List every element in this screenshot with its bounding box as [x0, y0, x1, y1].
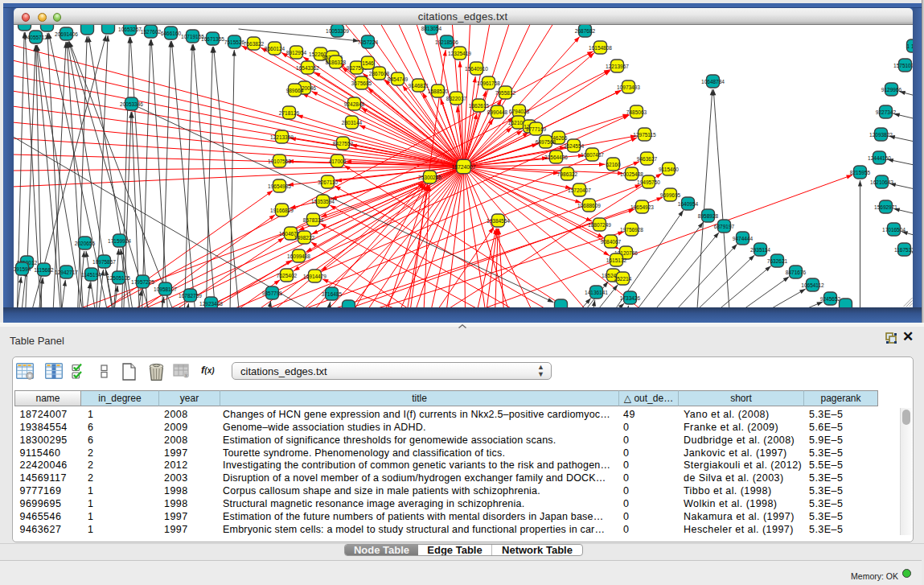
svg-text:10961758: 10961758: [477, 80, 500, 86]
svg-text:1115682: 1115682: [34, 267, 54, 273]
svg-text:21564436: 21564436: [544, 154, 568, 160]
svg-text:9115460: 9115460: [659, 167, 679, 172]
svg-text:10648784: 10648784: [701, 79, 725, 84]
svg-text:7485063: 7485063: [626, 109, 647, 115]
svg-text:10654112: 10654112: [801, 282, 824, 288]
svg-text:12444150: 12444150: [868, 155, 891, 161]
svg-text:10025488: 10025488: [620, 171, 643, 177]
svg-text:417004: 417004: [328, 159, 346, 164]
svg-text:9857791: 9857791: [261, 290, 282, 296]
svg-text:8454749: 8454749: [387, 76, 408, 82]
svg-text:2020655: 2020655: [74, 241, 95, 246]
svg-text:8471676: 8471676: [785, 270, 806, 275]
svg-text:7357224: 7357224: [357, 39, 378, 45]
svg-text:19218506: 19218506: [435, 39, 458, 45]
svg-text:3675685: 3675685: [351, 80, 372, 86]
svg-text:8958928: 8958928: [697, 213, 718, 219]
svg-text:7632621: 7632621: [766, 258, 787, 264]
svg-text:1167533: 1167533: [894, 247, 913, 253]
svg-text:2687682: 2687682: [574, 28, 595, 34]
svg-text:15720407: 15720407: [568, 187, 591, 193]
svg-text:10107553: 10107553: [268, 159, 291, 164]
svg-text:9699695: 9699695: [659, 192, 680, 198]
svg-text:16782759: 16782759: [179, 293, 202, 299]
svg-text:16914479: 16914479: [303, 274, 326, 279]
svg-text:1527602: 1527602: [140, 29, 161, 35]
svg-text:15751074: 15751074: [893, 63, 913, 68]
svg-text:x: x: [185, 373, 188, 378]
svg-text:8322037: 8322037: [446, 96, 466, 101]
svg-text:1546: 1546: [362, 60, 374, 66]
svg-text:18807249: 18807249: [588, 222, 611, 228]
svg-text:15640910: 15640910: [465, 66, 488, 72]
svg-text:9245652: 9245652: [819, 296, 840, 302]
svg-text:18724007: 18724007: [451, 164, 475, 170]
svg-text:9777169: 9777169: [525, 126, 546, 132]
svg-text:391594: 391594: [14, 266, 31, 272]
svg-text:19654985: 19654985: [268, 183, 291, 189]
svg-text:19495750: 19495750: [637, 179, 660, 185]
svg-text:7986322: 7986322: [556, 171, 577, 177]
svg-text:19384554: 19384554: [487, 218, 510, 224]
svg-text:989664: 989664: [285, 88, 303, 93]
svg-text:12093822: 12093822: [869, 132, 893, 138]
svg-text:12923448: 12923448: [199, 301, 223, 307]
svg-text:12505135: 12505135: [107, 275, 130, 281]
svg-text:15692971: 15692971: [874, 204, 897, 210]
svg-text:20691406: 20691406: [55, 31, 78, 37]
svg-text:3716485: 3716485: [321, 291, 342, 297]
svg-text:8660124: 8660124: [264, 46, 285, 51]
svg-text:10958107: 10958107: [154, 286, 177, 292]
svg-text:16210643: 16210643: [870, 179, 893, 185]
svg-text:8990448: 8990448: [487, 109, 507, 115]
svg-text:1733426: 1733426: [619, 295, 640, 301]
svg-text:9129966: 9129966: [881, 87, 901, 93]
svg-text:19166829: 19166829: [270, 208, 294, 213]
svg-text:25300285: 25300285: [418, 175, 441, 180]
svg-text:12213967: 12213967: [606, 64, 629, 69]
svg-text:8813054: 8813054: [421, 26, 441, 31]
svg-text:8215955: 8215955: [849, 170, 870, 175]
svg-text:2718126: 2718126: [278, 110, 299, 116]
svg-text:62160: 62160: [606, 162, 620, 167]
svg-text:10973493: 10973493: [617, 84, 640, 90]
svg-text:9227342: 9227342: [875, 109, 896, 115]
svg-text:12942717: 12942717: [55, 270, 78, 275]
svg-text:10975857: 10975857: [92, 259, 116, 265]
svg-text:12213369: 12213369: [270, 134, 294, 140]
svg-text:10688609: 10688609: [577, 203, 601, 208]
svg-text:12325419: 12325419: [448, 51, 471, 56]
svg-text:7663822: 7663822: [243, 41, 264, 47]
svg-text:6466160: 6466160: [160, 31, 181, 36]
svg-text:16154808: 16154808: [589, 45, 612, 51]
svg-text:10807487: 10807487: [581, 152, 604, 158]
svg-text:6794028: 6794028: [508, 109, 529, 114]
svg-text:17159924: 17159924: [108, 238, 131, 244]
svg-text:8186328: 8186328: [325, 60, 346, 65]
svg-text:3267110: 3267110: [318, 179, 338, 185]
svg-text:2803144: 2803144: [341, 120, 362, 126]
svg-text:20053346: 20053346: [120, 101, 143, 107]
svg-text:17957225: 17957225: [131, 279, 154, 285]
svg-text:7955812: 7955812: [495, 90, 515, 96]
svg-text:9463627: 9463627: [636, 156, 657, 162]
svg-text:252214: 252214: [614, 276, 631, 282]
svg-text:1498222: 1498222: [294, 235, 314, 241]
svg-text:14136141: 14136141: [585, 290, 608, 295]
svg-text:24055712: 24055712: [24, 35, 47, 40]
svg-text:8427552: 8427552: [332, 141, 353, 146]
svg-text:16099488: 16099488: [287, 253, 310, 259]
svg-text:12975115: 12975115: [633, 132, 656, 138]
svg-text:1 112: 1 112: [906, 43, 912, 49]
svg-text:6497568: 6497568: [535, 139, 556, 145]
svg-text:1640954: 1640954: [677, 201, 698, 207]
svg-text:2935114: 2935114: [750, 247, 770, 253]
svg-text:1362615: 1362615: [468, 103, 489, 109]
svg-text:6879197: 6879197: [713, 224, 734, 229]
svg-text:9242848: 9242848: [343, 101, 364, 107]
svg-text:19756928: 19756928: [620, 227, 643, 233]
svg-text:16543362: 16543362: [296, 65, 319, 71]
svg-text:2867608: 2867608: [368, 71, 389, 76]
svg-text:1588520: 1588520: [427, 89, 448, 94]
svg-text:7515526: 7515526: [224, 39, 244, 45]
